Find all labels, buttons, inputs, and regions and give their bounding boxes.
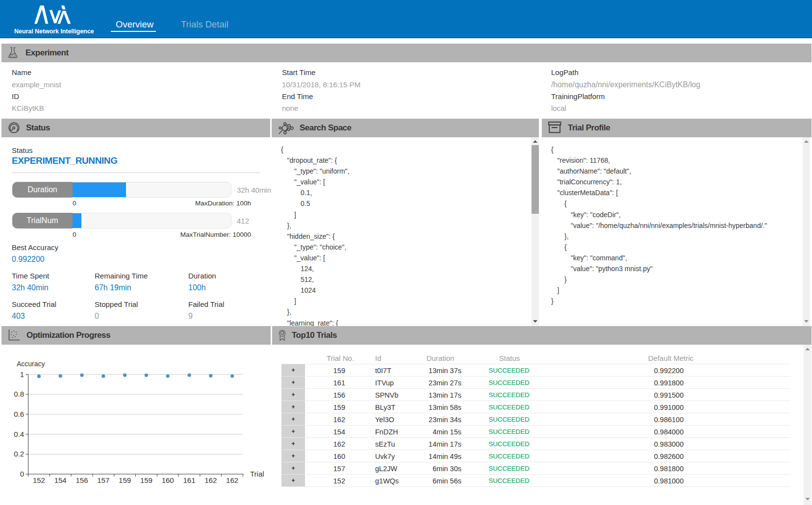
svg-text:0.6: 0.6 — [14, 410, 24, 418]
svg-text:1: 1 — [20, 370, 24, 379]
svg-text:Trial: Trial — [250, 470, 264, 478]
svg-text:162: 162 — [204, 476, 217, 484]
svg-text:157: 157 — [97, 476, 109, 484]
svg-text:160: 160 — [162, 476, 174, 484]
svg-text:Accuracy: Accuracy — [17, 360, 45, 368]
svg-text:0.8: 0.8 — [14, 390, 24, 398]
svg-text:0.4: 0.4 — [14, 430, 24, 438]
svg-text:0: 0 — [20, 470, 24, 478]
svg-text:162: 162 — [226, 476, 238, 484]
svg-text:159: 159 — [140, 476, 152, 484]
svg-text:152: 152 — [33, 476, 45, 484]
svg-text:159: 159 — [119, 476, 131, 484]
svg-text:154: 154 — [54, 476, 67, 484]
svg-text:0.2: 0.2 — [14, 450, 24, 458]
svg-text:156: 156 — [76, 476, 88, 484]
svg-text:161: 161 — [183, 476, 195, 484]
